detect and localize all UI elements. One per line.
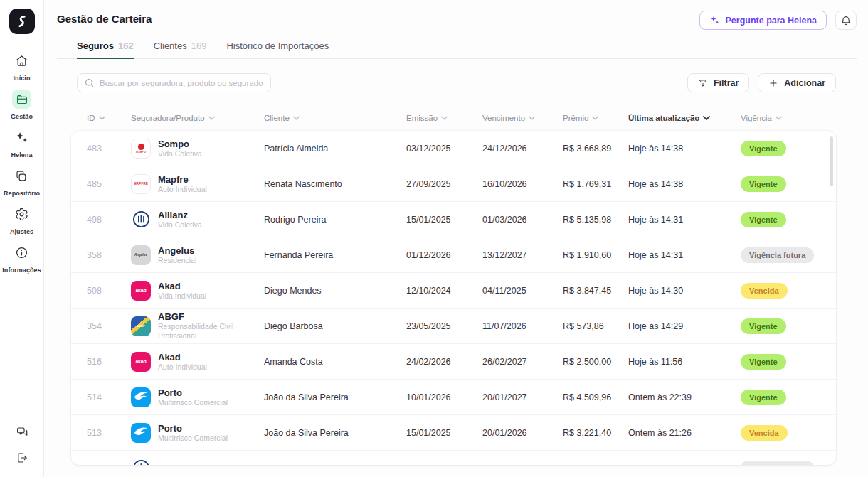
insurer-logo: Angelus xyxy=(131,245,151,265)
sidebar: Início Gestão Helena Repositório Ajustes xyxy=(0,0,44,477)
column-header-emissao[interactable]: Emissão xyxy=(406,114,482,122)
app-logo[interactable] xyxy=(9,9,35,34)
column-label: Vencimento xyxy=(482,114,525,122)
premium-value: R$ 1.769,31 xyxy=(563,179,628,189)
tab-seguros[interactable]: Seguros 162 xyxy=(77,41,134,59)
tab-clientes[interactable]: Clientes 169 xyxy=(154,41,207,59)
insurer-logo: akad xyxy=(131,281,151,301)
insurer-cell: Porto Multirrisco Comercial xyxy=(131,423,264,443)
table-row[interactable]: 516 akad Akad Auto Individual Amanda Cos… xyxy=(71,344,836,380)
column-header-premio[interactable]: Prêmio xyxy=(563,114,628,122)
due-date: 04/11/2025 xyxy=(482,286,563,296)
table-row[interactable]: 508 akad Akad Vida Individual Diego Mend… xyxy=(71,273,836,309)
product-name: Auto Individual xyxy=(158,185,207,194)
table-row[interactable]: 485 MAPFRE Mapfre Auto Individual Renata… xyxy=(71,166,836,202)
column-header-id[interactable]: ID xyxy=(87,114,131,122)
premium-value: R$ 3.847,45 xyxy=(563,286,628,296)
column-header-vigencia[interactable]: Vigência xyxy=(741,114,836,122)
sparkles-icon xyxy=(709,15,720,26)
insurer-text: Akad Auto Individual xyxy=(158,352,207,372)
status-cell: Vencida xyxy=(741,283,836,299)
folder-icon xyxy=(12,90,31,109)
sidebar-item-gestao[interactable]: Gestão xyxy=(11,90,33,120)
table-row[interactable]: 354 ABGF ABGF Responsabilidade Civil Pro… xyxy=(71,309,836,344)
due-date: 11/07/2026 xyxy=(482,321,563,331)
column-label: Última atualização xyxy=(628,114,699,122)
column-header-vencimento[interactable]: Vencimento xyxy=(482,114,563,122)
insurer-logo xyxy=(131,387,151,407)
client-name: Vanessa Silva xyxy=(264,463,406,466)
table-row[interactable]: 513 Porto Multirrisco Comercial João da … xyxy=(71,415,836,451)
insurer-cell: MAPFRE Mapfre Auto Individual xyxy=(131,174,264,194)
issue-date: 03/12/2025 xyxy=(406,144,482,154)
product-name: Multirrisco Comercial xyxy=(158,398,228,407)
insurer-text: Akad Vida Individual xyxy=(158,281,206,301)
column-label: Vigência xyxy=(741,114,772,122)
table-row[interactable]: 358 Angelus Angelus Residencial Fernanda… xyxy=(71,237,836,273)
table-scrollbar[interactable] xyxy=(830,136,833,186)
table-row[interactable]: 483 SOMPO Sompo Vida Coletiva Patrícia A… xyxy=(71,131,836,166)
ask-helena-button[interactable]: Pergunte para Helena xyxy=(699,11,827,30)
insurer-name: Akad xyxy=(158,281,206,291)
chat-icon[interactable] xyxy=(16,426,28,439)
toolbar-buttons: Filtrar Adicionar xyxy=(687,73,836,92)
policy-id: 514 xyxy=(87,392,131,402)
due-date: 06/06/2027 xyxy=(482,463,563,466)
insurer-name: Akad xyxy=(158,352,207,363)
status-cell: Vigente xyxy=(741,354,836,370)
sidebar-item-repositorio[interactable]: Repositório xyxy=(4,166,40,197)
insurer-text: Mapfre Auto Individual xyxy=(158,174,207,194)
sidebar-item-informacoes[interactable]: Informações xyxy=(2,243,41,274)
insurer-cell: akad Akad Auto Individual xyxy=(131,352,264,372)
insurer-cell: Allianz xyxy=(131,459,264,466)
main-area: Gestão de Carteira Pergunte para Helena … xyxy=(44,0,868,465)
chevron-down-icon xyxy=(529,116,535,120)
logout-icon[interactable] xyxy=(16,451,28,464)
add-button[interactable]: Adicionar xyxy=(758,73,836,92)
column-header-ultima-atualizacao[interactable]: Última atualização xyxy=(628,114,741,122)
sidebar-item-ajustes[interactable]: Ajustes xyxy=(10,205,33,235)
due-date: 13/12/2027 xyxy=(482,250,563,260)
policy-id: 513 xyxy=(87,428,131,438)
column-label: Cliente xyxy=(264,114,290,122)
sidebar-item-label: Informações xyxy=(2,267,41,274)
sidebar-item-helena[interactable]: Helena xyxy=(11,128,32,159)
policy-id: 516 xyxy=(87,357,131,367)
s-curve-logo-icon xyxy=(15,14,29,28)
table-row[interactable]: 509 Allianz Vanessa Silva 12/04/2026 06/… xyxy=(71,451,836,465)
insurer-text: Porto Multirrisco Comercial xyxy=(158,423,228,443)
status-badge: Vencida xyxy=(741,283,788,299)
due-date: 26/02/2027 xyxy=(482,357,563,367)
insurer-text: Allianz Vida Coletiva xyxy=(158,210,202,230)
notifications-button[interactable] xyxy=(835,11,857,30)
column-header-seguradora[interactable]: Seguradora/Produto xyxy=(131,114,264,122)
product-name: Vida Coletiva xyxy=(158,149,202,159)
tab-historico-importacoes[interactable]: Histórico de Importações xyxy=(226,41,329,59)
content: Filtrar Adicionar ID Seguradora/Produto xyxy=(44,59,868,465)
due-date: 01/03/2026 xyxy=(482,215,563,225)
product-name: Vida Individual xyxy=(158,291,206,301)
column-label: Seguradora/Produto xyxy=(131,114,205,122)
product-name: Vida Coletiva xyxy=(158,220,202,230)
premium-value: R$ 1.179,67 xyxy=(563,463,628,466)
table-row[interactable]: 514 Porto Multirrisco Comercial João da … xyxy=(71,380,836,415)
premium-value: R$ 5.135,98 xyxy=(563,215,628,225)
policy-id: 509 xyxy=(87,463,131,466)
column-header-cliente[interactable]: Cliente xyxy=(264,114,406,122)
page-title: Gestão de Carteira xyxy=(57,11,152,25)
last-updated: Ontem às 19:36 xyxy=(628,463,741,466)
status-badge: Vigente xyxy=(741,354,786,370)
issue-date: 27/09/2025 xyxy=(406,179,482,189)
status-cell: Vigência futura xyxy=(741,247,836,263)
status-cell: Vigência futura xyxy=(741,461,836,466)
table-row[interactable]: 498 Allianz Vida Coletiva Rodrigo Pereir… xyxy=(71,202,836,237)
search-input[interactable] xyxy=(77,73,271,92)
premium-value: R$ 1.910,60 xyxy=(563,250,628,260)
client-name: Fernanda Pereira xyxy=(264,250,406,260)
status-cell: Vigente xyxy=(741,318,836,334)
policy-id: 498 xyxy=(87,215,131,225)
filter-button[interactable]: Filtrar xyxy=(687,73,749,92)
home-icon xyxy=(12,51,31,70)
sidebar-item-inicio[interactable]: Início xyxy=(12,51,31,82)
due-date: 20/01/2026 xyxy=(482,428,563,438)
